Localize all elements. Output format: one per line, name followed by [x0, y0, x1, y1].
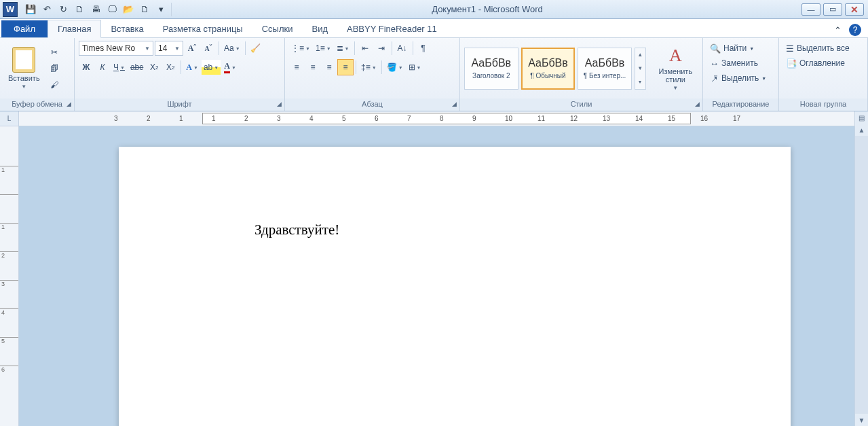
style-heading2[interactable]: АаБбВв Заголовок 2 — [464, 48, 518, 90]
scroll-down-icon[interactable]: ▼ — [855, 414, 868, 426]
dialog-launcher-icon[interactable]: ◢ — [695, 101, 700, 107]
italic-button[interactable]: К — [95, 60, 110, 75]
ruler-number: 3 — [277, 115, 281, 122]
tab-page-layout[interactable]: Разметка страницы — [153, 20, 252, 37]
horizontal-ruler[interactable]: 3211234567891011121314151617 — [19, 111, 854, 126]
subscript-button[interactable]: X2 — [147, 60, 162, 75]
document-text[interactable]: Здравствуйте! — [254, 221, 655, 238]
paste-label: Вставить — [8, 74, 40, 82]
dialog-launcher-icon[interactable]: ◢ — [277, 101, 282, 107]
ruler-number: 10 — [505, 115, 512, 122]
dialog-launcher-icon[interactable]: ◢ — [452, 101, 457, 107]
qat-open-icon[interactable]: 📂 — [121, 2, 136, 17]
font-size-combo[interactable]: 14▼ — [155, 41, 183, 56]
paste-button[interactable]: Вставить ▼ — [4, 46, 44, 91]
font-name-combo[interactable]: Times New Ro▼ — [79, 41, 153, 56]
increase-indent-icon[interactable]: ⇥ — [374, 41, 389, 56]
select-button[interactable]: ⭷Выделить▼ — [707, 71, 774, 86]
style-preview: АаБбВв — [585, 57, 625, 69]
align-right-icon[interactable]: ≡ — [322, 60, 337, 75]
help-icon[interactable]: ? — [849, 24, 861, 36]
tab-home[interactable]: Главная — [48, 20, 101, 38]
bullets-icon[interactable]: ⋮≡▼ — [289, 41, 312, 56]
qat-print-icon[interactable]: 🖶 — [88, 2, 103, 17]
grow-font-icon[interactable]: Aˆ — [185, 41, 200, 56]
qat-customize-icon[interactable]: ▾ — [153, 2, 168, 17]
document-area[interactable]: Здравствуйте! — [19, 126, 854, 426]
group-label-clipboard: Буфер обмена◢ — [0, 99, 74, 111]
scroll-track[interactable] — [855, 136, 868, 414]
group-clipboard: Вставить ▼ ✂ 🗐 🖌 Буфер обмена◢ — [0, 38, 75, 111]
separator — [219, 41, 219, 55]
numbering-icon[interactable]: 1≡▼ — [314, 41, 333, 56]
strikethrough-button[interactable]: abc — [128, 60, 145, 75]
group-label-editing: Редактирование — [703, 99, 778, 111]
file-tab[interactable]: Файл — [1, 20, 48, 37]
style-normal[interactable]: АаБбВв ¶ Обычный — [521, 48, 575, 90]
justify-icon[interactable]: ≡ — [338, 60, 353, 75]
text-effects-icon[interactable]: A▼ — [184, 60, 200, 75]
vertical-ruler-wrap: L 1 1 2 3 4 5 6 — [0, 111, 19, 426]
ruler-number: 1 — [212, 115, 216, 122]
tab-references[interactable]: Ссылки — [252, 20, 303, 37]
qat-save-icon[interactable]: 💾 — [23, 2, 38, 17]
align-center-icon[interactable]: ≡ — [305, 60, 320, 75]
qat-preview-icon[interactable]: 🖵 — [105, 2, 119, 17]
ruler-number: 2 — [147, 115, 151, 122]
change-case-icon[interactable]: Aa▼ — [222, 41, 242, 56]
page[interactable]: Здравствуйте! — [119, 147, 791, 426]
style-preview: АаБбВв — [471, 57, 511, 69]
minimize-button[interactable]: — — [801, 3, 820, 16]
decrease-indent-icon[interactable]: ⇤ — [358, 41, 373, 56]
highlight-icon[interactable]: ab▼ — [202, 60, 221, 75]
tab-view[interactable]: Вид — [303, 20, 338, 37]
shrink-font-icon[interactable]: Aˇ — [201, 41, 216, 56]
vertical-ruler[interactable]: 1 1 2 3 4 5 6 — [0, 126, 18, 426]
ruler-number: 3 — [114, 115, 118, 122]
superscript-button[interactable]: X2 — [163, 60, 178, 75]
style-no-spacing[interactable]: АаБбВв ¶ Без интер... — [578, 48, 632, 90]
workspace: L 1 1 2 3 4 5 6 321123456789101112131415… — [0, 111, 868, 426]
font-color-icon[interactable]: A▼ — [222, 60, 238, 75]
multilevel-list-icon[interactable]: ≣▼ — [335, 41, 352, 56]
align-left-icon[interactable]: ≡ — [289, 60, 304, 75]
title-bar: W 💾 ↶ ↻ 🗋 🖶 🖵 📂 🗋 ▾ Документ1 - Microsof… — [0, 0, 868, 19]
format-painter-icon[interactable]: 🖌 — [47, 77, 62, 92]
maximize-button[interactable]: ▭ — [823, 3, 842, 16]
minimize-ribbon-icon[interactable]: ⌃ — [830, 22, 845, 37]
select-all-button[interactable]: ☰Выделить все — [783, 41, 863, 56]
close-button[interactable]: ✕ — [845, 3, 864, 16]
scroll-up-icon[interactable]: ▲ — [855, 124, 868, 136]
ruler-number: 7 — [407, 115, 411, 122]
shading-icon[interactable]: 🪣▼ — [385, 60, 405, 75]
cut-icon[interactable]: ✂ — [47, 45, 62, 60]
ruler-number: 16 — [700, 115, 708, 122]
quick-access-toolbar: 💾 ↶ ↻ 🗋 🖶 🖵 📂 🗋 ▾ — [20, 2, 173, 17]
borders-icon[interactable]: ⊞▼ — [407, 60, 423, 75]
change-styles-button[interactable]: A Изменить стили ▼ — [653, 44, 698, 92]
toc-button[interactable]: 📑Оглавление — [783, 56, 863, 71]
tab-abbyy[interactable]: ABBYY FineReader 11 — [337, 20, 447, 37]
tab-selector-icon[interactable]: L — [0, 111, 18, 126]
qat-new-icon[interactable]: 🗋 — [72, 2, 87, 17]
line-spacing-icon[interactable]: ‡≡▼ — [359, 60, 379, 75]
vertical-scrollbar[interactable]: ▤ ▲ ▼ — [854, 111, 868, 426]
copy-icon[interactable]: 🗐 — [47, 61, 62, 76]
separator — [356, 60, 356, 74]
qat-redo-icon[interactable]: ↻ — [56, 2, 71, 17]
show-marks-icon[interactable]: ¶ — [416, 41, 431, 56]
group-label-paragraph: Абзац◢ — [285, 99, 459, 111]
clear-formatting-icon[interactable]: 🧹 — [248, 41, 263, 56]
dialog-launcher-icon[interactable]: ◢ — [67, 101, 71, 107]
replace-button[interactable]: ↔Заменить — [707, 56, 774, 71]
styles-more-button[interactable]: ▲▼▾ — [635, 48, 646, 90]
find-button[interactable]: 🔍Найти▼ — [707, 41, 774, 56]
tab-insert[interactable]: Вставка — [101, 20, 153, 37]
underline-button[interactable]: Ч▼ — [111, 60, 127, 75]
bold-button[interactable]: Ж — [79, 60, 94, 75]
qat-doc-icon[interactable]: 🗋 — [137, 2, 152, 17]
ruler-toggle-icon[interactable]: ▤ — [855, 111, 868, 124]
group-label-styles: Стили◢ — [460, 99, 702, 111]
qat-undo-icon[interactable]: ↶ — [39, 2, 54, 17]
sort-icon[interactable]: A↓ — [395, 41, 410, 56]
